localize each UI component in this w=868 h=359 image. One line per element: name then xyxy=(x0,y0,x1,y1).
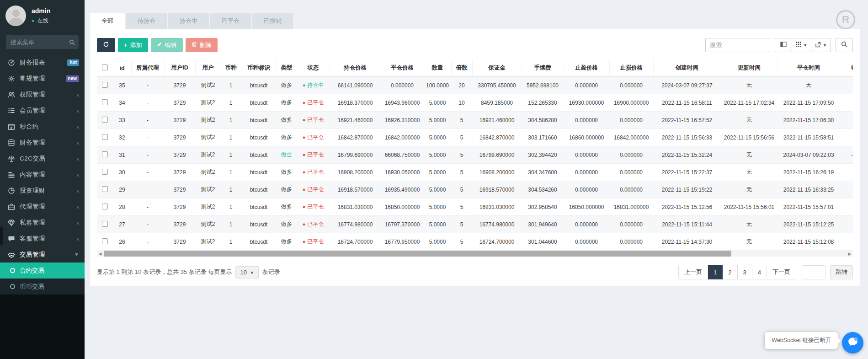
main-content: R 全部待持仓持仓中已平仓已撤销 + 添加 xyxy=(85,0,868,359)
jump-button[interactable]: 跳转 xyxy=(830,265,853,279)
status-label: 已平仓 xyxy=(307,221,324,227)
column-header-6: 类型 xyxy=(277,59,297,77)
column-header-10: 数量 xyxy=(424,59,451,77)
tab-0[interactable]: 全部 xyxy=(90,13,125,29)
cell-tp: 0.000000 xyxy=(564,216,609,233)
sidebar-item-label: 秒合约 xyxy=(20,123,77,131)
sidebar-subitem-0[interactable]: 合约交易 xyxy=(0,263,85,279)
edit-button[interactable]: 编辑 xyxy=(151,38,183,52)
select-all-checkbox[interactable] xyxy=(102,64,108,70)
advanced-search-button[interactable] xyxy=(836,38,853,52)
cell-lev: 5 xyxy=(451,181,472,198)
sidebar-item-1[interactable]: 常规管理new xyxy=(0,70,85,86)
row-checkbox-cell xyxy=(97,146,113,164)
sidebar-item-6[interactable]: C2C交易‹ xyxy=(0,150,85,166)
row-checkbox[interactable] xyxy=(102,117,108,123)
sidebar-search-input[interactable] xyxy=(11,39,69,46)
page-size-select[interactable]: 10 ▲ xyxy=(235,266,258,279)
edge-handle[interactable] xyxy=(0,227,3,245)
cell-id: 28 xyxy=(113,198,131,216)
sidebar-item-12[interactable]: 交易管理▼ xyxy=(0,246,85,263)
add-button-label: 添加 xyxy=(130,41,142,49)
cell-amount: 5.0000 xyxy=(424,198,451,216)
cell-id: 26 xyxy=(113,233,131,251)
next-page-button[interactable]: 下一页 xyxy=(767,265,796,279)
search-icon[interactable] xyxy=(69,39,75,45)
row-checkbox[interactable] xyxy=(102,221,108,227)
cell-user_id: 3729 xyxy=(164,164,195,181)
sidebar-subitem-1[interactable]: 币币交易 xyxy=(0,279,85,295)
tab-1[interactable]: 待持仓 xyxy=(126,13,167,29)
cell-updated: 2022-11-15 15:56:01 xyxy=(721,198,777,216)
columns-button[interactable]: ▼ xyxy=(792,38,811,52)
cell-fee: 301.044600 xyxy=(522,233,564,251)
scroll-right-arrow[interactable]: ▶ xyxy=(847,251,853,257)
add-button[interactable]: + 添加 xyxy=(118,38,148,52)
sidebar-item-4[interactable]: 秒合约‹ xyxy=(0,118,85,134)
online-dot-icon: ● xyxy=(32,18,35,23)
tab-2[interactable]: 持仓中 xyxy=(168,13,209,29)
row-checkbox-cell xyxy=(97,216,113,233)
cell-type: 做多 xyxy=(277,77,297,94)
chat-button[interactable] xyxy=(842,332,863,354)
cell-profit: 10 xyxy=(840,164,853,181)
sidebar-item-5[interactable]: 财务管理‹ xyxy=(0,134,85,150)
sidebar-item-8[interactable]: 投资理财‹ xyxy=(0,182,85,198)
page-button-3[interactable]: 3 xyxy=(738,265,752,279)
cell-agent: - xyxy=(131,164,164,181)
cell-user_id: 3729 xyxy=(164,129,195,146)
cell-agent: - xyxy=(131,198,164,216)
sidebar-item-label: C2C交易 xyxy=(20,155,77,163)
database-icon xyxy=(7,139,15,146)
sidebar-item-0[interactable]: 财务报表hot xyxy=(0,54,85,70)
tab-4[interactable]: 已撤销 xyxy=(252,13,293,29)
sidebar-item-label: 客服管理 xyxy=(20,235,77,243)
refresh-button[interactable] xyxy=(97,38,115,52)
jump-page-input[interactable] xyxy=(802,265,825,279)
row-checkbox[interactable] xyxy=(102,186,108,192)
page-button-4[interactable]: 4 xyxy=(752,265,767,279)
row-checkbox[interactable] xyxy=(102,99,108,105)
cell-amount: 100.0000 xyxy=(424,77,451,94)
cell-user: 测试2 xyxy=(195,146,221,164)
cell-agent: - xyxy=(131,129,164,146)
column-header-11: 倍数 xyxy=(451,59,472,77)
user-status: ● 在线 xyxy=(32,17,50,25)
cell-symbol: btcusdt xyxy=(241,112,277,129)
column-header-7: 状态 xyxy=(297,59,330,77)
scrollbar-thumb[interactable] xyxy=(104,251,731,257)
cell-sl: 16842.000000 xyxy=(609,129,653,146)
sidebar-item-10[interactable]: 私募管理‹ xyxy=(0,214,85,230)
row-checkbox[interactable] xyxy=(102,134,108,140)
sidebar-item-2[interactable]: 权限管理‹ xyxy=(0,86,85,102)
cell-type: 做多 xyxy=(277,233,297,251)
row-checkbox[interactable] xyxy=(102,151,108,157)
cell-user: 测试2 xyxy=(195,112,221,129)
status-dot-icon: ● xyxy=(303,100,306,105)
tab-3[interactable]: 已平仓 xyxy=(210,13,251,29)
row-checkbox[interactable] xyxy=(102,169,108,175)
prev-page-button[interactable]: 上一页 xyxy=(678,265,708,279)
cell-status: ●已平仓 xyxy=(297,94,330,112)
cell-margin: 16831.030000 xyxy=(472,198,522,216)
export-icon xyxy=(815,42,821,49)
scroll-left-arrow[interactable]: ◀ xyxy=(97,251,103,257)
page-button-1[interactable]: 1 xyxy=(708,265,723,279)
row-checkbox[interactable] xyxy=(102,82,108,88)
page-button-2[interactable]: 2 xyxy=(723,265,737,279)
cell-tp: 16930.000000 xyxy=(564,94,609,112)
delete-button[interactable]: 删除 xyxy=(186,38,218,52)
sidebar-item-9[interactable]: 代理管理‹ xyxy=(0,198,85,214)
export-button[interactable]: ▼ xyxy=(811,38,831,52)
toggle-pane-button[interactable] xyxy=(775,38,792,52)
chevron-left-icon: ‹ xyxy=(77,235,79,242)
cell-type: 做多 xyxy=(277,112,297,129)
cell-hold: 16831.030000 xyxy=(330,198,381,216)
cell-lev: 5 xyxy=(451,129,472,146)
row-checkbox[interactable] xyxy=(102,238,108,244)
sidebar-item-11[interactable]: 客服管理‹ xyxy=(0,230,85,246)
sidebar-item-3[interactable]: 会员管理‹ xyxy=(0,102,85,118)
sidebar-item-7[interactable]: 内容管理‹ xyxy=(0,166,85,182)
table-search-input[interactable] xyxy=(705,38,770,52)
row-checkbox[interactable] xyxy=(102,204,108,209)
